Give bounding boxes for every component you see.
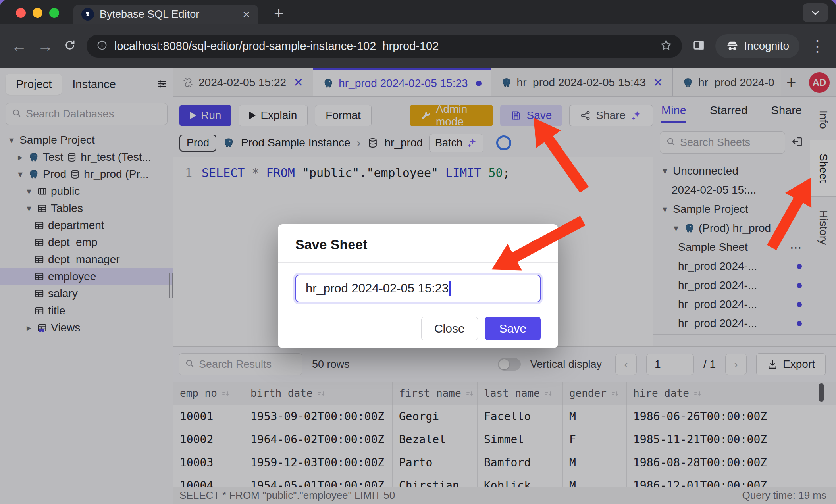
browser-menu-icon[interactable]: ⋮ [810, 37, 825, 55]
side-panel-icon[interactable] [692, 39, 705, 53]
minimize-window-button[interactable] [33, 8, 42, 18]
dialog-close-icon[interactable]: × [531, 236, 541, 253]
url-text: localhost:8080/sql-editor/prod-sample-in… [114, 40, 653, 53]
forward-button[interactable]: → [37, 37, 53, 55]
dialog-close-button[interactable]: Close [421, 317, 478, 340]
address-bar[interactable]: localhost:8080/sql-editor/prod-sample-in… [87, 35, 682, 58]
window-controls [16, 8, 59, 18]
dialog-save-button[interactable]: Save [485, 317, 541, 340]
back-button[interactable]: ← [11, 37, 27, 55]
dialog-title: Save Sheet [295, 237, 367, 252]
browser-tab-title: Bytebase SQL Editor [100, 8, 237, 21]
close-window-button[interactable] [16, 8, 26, 18]
sheet-name-input[interactable]: hr_prod 2024-02-05 15:23 [295, 275, 541, 302]
site-info-icon[interactable] [96, 39, 108, 53]
divider [278, 262, 558, 263]
incognito-icon [726, 39, 739, 53]
browser-tab[interactable]: Bytebase SQL Editor × [73, 5, 258, 24]
reload-button[interactable] [64, 39, 76, 53]
browser-toolbar: ← → localhost:8080/sql-editor/prod-sampl… [0, 24, 836, 68]
bytebase-favicon-icon [81, 8, 94, 21]
browser-tab-close-icon[interactable]: × [243, 8, 250, 21]
browser-titlebar: Bytebase SQL Editor × + [0, 0, 836, 24]
bookmark-star-icon[interactable] [660, 39, 672, 53]
save-sheet-dialog: Save Sheet × hr_prod 2024-02-05 15:23 Cl… [278, 224, 558, 348]
incognito-label: Incognito [744, 40, 789, 52]
browser-window: Bytebase SQL Editor × + ← → localhost:80… [0, 0, 836, 504]
new-tab-button[interactable]: + [274, 4, 284, 23]
incognito-badge: Incognito [715, 34, 799, 58]
text-caret [449, 281, 451, 296]
maximize-window-button[interactable] [49, 8, 59, 18]
tab-search-button[interactable] [803, 3, 828, 22]
